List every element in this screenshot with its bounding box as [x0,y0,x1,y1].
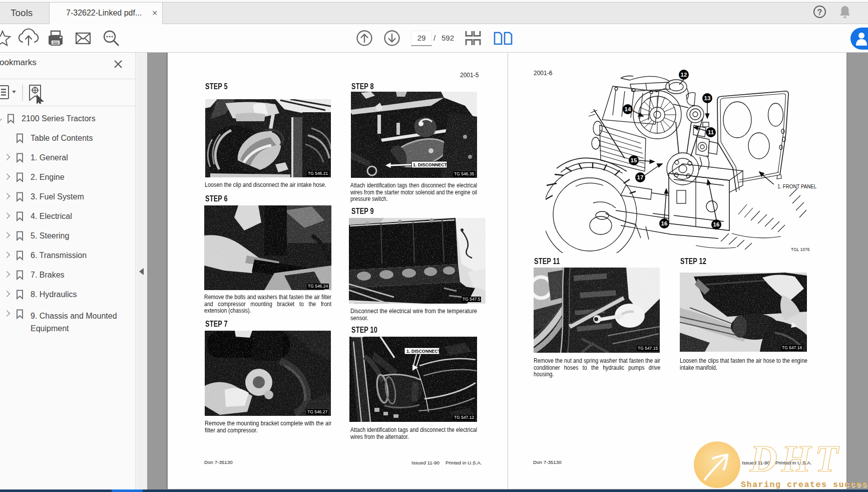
svg-text:14: 14 [625,106,631,112]
svg-text:1. FRONT PANEL: 1. FRONT PANEL [777,184,817,189]
svg-text:15: 15 [631,157,637,163]
svg-text:16: 16 [713,221,720,227]
svg-text:17: 17 [637,174,644,180]
svg-text:16: 16 [661,220,668,226]
svg-text:11: 11 [708,129,714,135]
svg-text:1. DISCONNECT: 1. DISCONNECT [406,349,441,354]
svg-text:13: 13 [704,95,711,101]
svg-text:12: 12 [681,72,687,78]
svg-text:1. DISCONNECT: 1. DISCONNECT [413,162,448,167]
